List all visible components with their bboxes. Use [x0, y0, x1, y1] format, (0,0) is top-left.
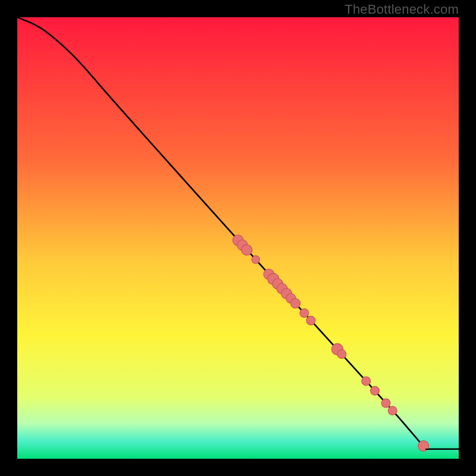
data-marker	[242, 245, 252, 255]
chart-svg	[17, 17, 459, 459]
data-marker	[306, 316, 315, 325]
curve-line	[17, 17, 459, 449]
curve-flat-tail	[425, 449, 459, 450]
data-marker	[290, 299, 300, 308]
chart-canvas: TheBottleneck.com	[0, 0, 476, 476]
attribution-text: TheBottleneck.com	[345, 2, 459, 17]
data-marker	[337, 350, 346, 359]
data-marker	[300, 309, 309, 318]
data-marker	[381, 399, 390, 408]
plot-area: TheBottleneck.com	[17, 17, 459, 459]
data-marker	[388, 406, 397, 415]
data-marker	[371, 386, 380, 395]
data-marker	[252, 256, 259, 264]
data-marker	[362, 377, 371, 386]
